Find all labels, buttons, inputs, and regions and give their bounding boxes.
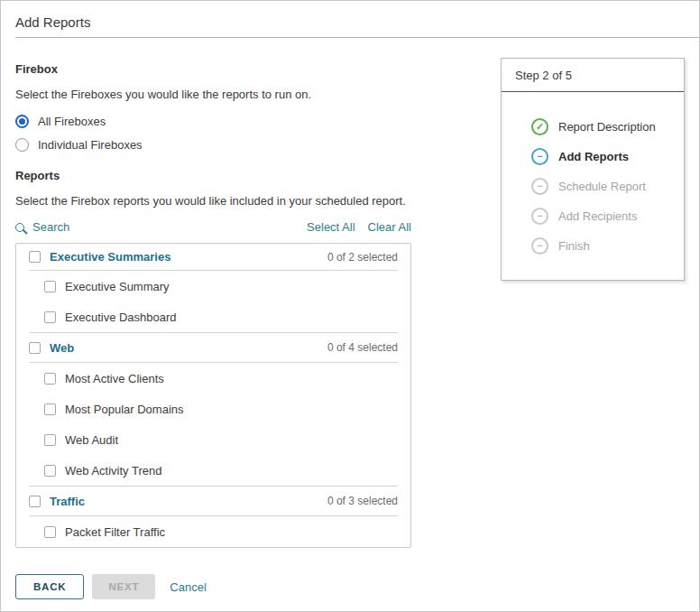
group-checkbox[interactable] (29, 342, 41, 354)
radio-icon[interactable] (15, 115, 29, 128)
report-group-header: Traffic0 of 3 selected (29, 487, 398, 516)
wizard-step-counter: Step 2 of 5 (502, 59, 684, 92)
group-name-link[interactable]: Traffic (50, 495, 85, 508)
report-list-toolbar: Search Select All Clear All (15, 220, 411, 234)
radio-icon[interactable] (15, 138, 29, 152)
wizard-step-label: Finish (558, 239, 590, 253)
report-item-label: Web Audit (65, 433, 118, 447)
report-item-label: Web Activity Trend (65, 464, 161, 478)
wizard-step-label: Schedule Report (558, 180, 646, 193)
report-item-executive-dashboard: Executive Dashboard (29, 301, 398, 332)
page-title: Add Reports (15, 1, 411, 32)
reports-section-label: Reports (15, 169, 411, 182)
report-checkbox[interactable] (44, 526, 56, 538)
step-dash-icon: − (531, 237, 548, 255)
report-item-web-audit: Web Audit (29, 424, 398, 455)
group-selected-count: 0 of 3 selected (327, 495, 398, 507)
report-item-executive-summary: Executive Summary (29, 271, 398, 301)
wizard-step-finish: −Finish (502, 231, 684, 261)
radio-label: Individual Fireboxes (38, 138, 143, 152)
reports-section-description: Select the Firebox reports you would lik… (15, 194, 411, 208)
wizard-step-report-description: ✓Report Description (502, 112, 684, 142)
wizard-step-add-reports: −Add Reports (502, 142, 684, 172)
report-checkbox[interactable] (44, 434, 56, 446)
radio-dot (19, 118, 25, 125)
report-list: Executive Summaries0 of 2 selectedExecut… (15, 243, 411, 548)
wizard-step-label: Report Description (558, 120, 656, 134)
cancel-link[interactable]: Cancel (170, 580, 206, 594)
report-item-most-popular-domains: Most Popular Domains (29, 394, 398, 424)
report-item-label: Executive Dashboard (65, 311, 177, 324)
list-actions: Select All Clear All (307, 220, 411, 234)
back-button[interactable]: BACK (15, 574, 84, 599)
radio-label: All Fireboxes (38, 115, 106, 128)
firebox-section-description: Select the Fireboxes you would like the … (15, 88, 411, 101)
group-selected-count: 0 of 2 selected (327, 251, 398, 264)
report-item-packet-filter-traffic: Packet Filter Traffic (29, 516, 398, 547)
report-group-header: Executive Summaries0 of 2 selected (29, 244, 398, 271)
select-all-link[interactable]: Select All (307, 220, 355, 234)
wizard-footer: BACK NEXT Cancel (15, 574, 411, 599)
report-item-label: Most Active Clients (65, 372, 164, 385)
report-item-label: Most Popular Domains (65, 403, 184, 416)
radio-option-individual-fireboxes[interactable]: Individual Fireboxes (15, 133, 411, 156)
wizard-step-label: Add Reports (558, 150, 629, 163)
search-link[interactable]: Search (15, 220, 69, 234)
report-checkbox[interactable] (44, 403, 56, 415)
group-checkbox[interactable] (29, 496, 41, 507)
report-checkbox[interactable] (44, 311, 56, 323)
group-name-link[interactable]: Executive Summaries (50, 250, 170, 264)
wizard-step-schedule-report: −Schedule Report (502, 172, 684, 201)
step-dash-icon: − (531, 208, 548, 225)
report-item-label: Executive Summary (65, 280, 170, 293)
wizard-step-add-recipients: −Add Recipients (502, 201, 684, 231)
wizard-step-list: ✓Report Description−Add Reports−Schedule… (502, 92, 684, 280)
report-item-label: Packet Filter Traffic (65, 525, 165, 539)
report-item-most-active-clients: Most Active Clients (29, 363, 398, 394)
clear-all-link[interactable]: Clear All (368, 220, 411, 234)
report-group-executive-summaries: Executive Summaries0 of 2 selectedExecut… (29, 244, 398, 332)
report-checkbox[interactable] (44, 373, 56, 385)
next-button[interactable]: NEXT (92, 574, 155, 599)
search-icon (15, 223, 24, 232)
radio-option-all-fireboxes[interactable]: All Fireboxes (15, 109, 411, 133)
report-item-web-activity-trend: Web Activity Trend (29, 455, 398, 486)
step-complete-check-icon: ✓ (531, 118, 548, 135)
main-content: Add Reports Firebox Select the Fireboxes… (15, 1, 411, 599)
report-group-traffic: Traffic0 of 3 selectedPacket Filter Traf… (29, 486, 398, 547)
firebox-section-label: Firebox (15, 62, 411, 76)
add-reports-page: Add Reports Firebox Select the Fireboxes… (0, 0, 700, 612)
report-group-header: Web0 of 4 selected (29, 333, 398, 363)
report-checkbox[interactable] (44, 465, 56, 477)
report-group-web: Web0 of 4 selectedMost Active ClientsMos… (29, 332, 398, 486)
firebox-radio-group: All FireboxesIndividual Fireboxes (15, 109, 411, 156)
wizard-step-panel: Step 2 of 5 ✓Report Description−Add Repo… (501, 58, 685, 281)
search-label: Search (32, 220, 69, 234)
group-checkbox[interactable] (29, 251, 41, 263)
wizard-step-label: Add Recipients (558, 209, 637, 223)
step-dash-icon: − (531, 178, 548, 195)
report-checkbox[interactable] (44, 281, 56, 292)
group-name-link[interactable]: Web (50, 341, 74, 355)
step-dash-icon: − (531, 148, 548, 165)
group-selected-count: 0 of 4 selected (327, 341, 398, 354)
